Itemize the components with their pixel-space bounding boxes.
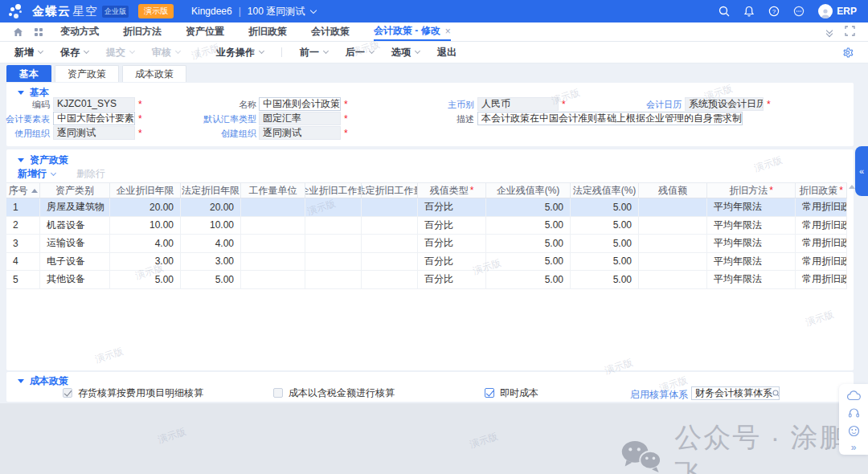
table-cell[interactable]: 5.00 <box>571 217 639 235</box>
settings-gear-icon[interactable] <box>841 47 854 59</box>
add-row-button[interactable]: 新增行 <box>18 167 55 181</box>
table-row[interactable]: 2机器设备10.0010.00百分比5.005.00平均年限法常用折旧政策 <box>6 217 847 235</box>
table-cell[interactable] <box>241 271 305 288</box>
search-icon[interactable] <box>719 6 730 17</box>
table-row[interactable]: 5其他设备5.005.00百分比5.005.00平均年限法常用折旧政策 <box>6 271 847 289</box>
window-tab[interactable]: 折旧政策 <box>248 22 287 41</box>
table-cell[interactable] <box>305 253 362 271</box>
apps-grid-icon[interactable] <box>35 28 43 36</box>
feedback-smiley-icon[interactable] <box>848 425 860 437</box>
accounting-system-label[interactable]: 启用核算体系 <box>625 388 688 401</box>
table-cell[interactable]: 机器设备 <box>40 217 110 235</box>
window-tab[interactable]: 变动方式 <box>60 22 99 41</box>
window-tab[interactable]: 折旧方法 <box>123 22 162 41</box>
table-cell[interactable]: 5.00 <box>571 198 639 216</box>
form-subtab[interactable]: 基本 <box>6 65 51 82</box>
tax-included-checkbox-item[interactable]: 成本以含税金额进行核算 <box>273 387 395 398</box>
table-cell[interactable]: 5.00 <box>571 271 639 288</box>
table-cell[interactable]: 5.00 <box>571 253 639 271</box>
close-tab-icon[interactable]: × <box>445 26 451 37</box>
checkbox-checked-icon[interactable] <box>63 388 72 398</box>
rate-type-label[interactable]: 默认汇率类型 <box>199 112 256 125</box>
window-tab-active[interactable]: 会计政策 - 修改× <box>374 22 451 41</box>
table-header-cell[interactable]: 企业残值率(%) <box>486 183 571 198</box>
window-tab[interactable]: 资产位置 <box>186 22 224 41</box>
table-cell[interactable]: 其他设备 <box>40 271 110 288</box>
checkbox-checked-icon[interactable] <box>485 388 494 398</box>
table-cell[interactable]: 常用折旧政策 <box>796 198 847 216</box>
checkbox-unchecked-icon[interactable] <box>273 388 283 398</box>
cost-section-header[interactable]: 成本政策 <box>18 374 68 388</box>
scroll-up-icon[interactable] <box>849 185 855 189</box>
name-field[interactable]: 中国准则会计政策CN <box>259 97 341 111</box>
table-cell[interactable]: 百分比 <box>418 253 486 271</box>
table-header-cell[interactable]: 折旧政策* <box>796 183 847 198</box>
notification-bell-icon[interactable] <box>743 6 755 17</box>
window-tab[interactable]: 会计政策 <box>311 22 350 41</box>
table-cell[interactable]: 常用折旧政策 <box>796 235 847 252</box>
delete-row-button[interactable]: 删除行 <box>76 167 105 181</box>
use-org-label[interactable]: 使用组织 <box>6 127 50 140</box>
table-cell[interactable]: 百分比 <box>418 217 486 235</box>
element-table-lookup[interactable]: 中国大陆会计要素表 <box>53 112 135 125</box>
table-cell[interactable]: 平均年限法 <box>707 271 796 288</box>
more-tools-icon[interactable]: » <box>851 443 857 452</box>
toolbar-button[interactable]: 新增 <box>14 46 43 59</box>
table-cell[interactable]: 5.00 <box>486 198 571 216</box>
table-cell[interactable] <box>305 198 362 216</box>
table-cell[interactable] <box>639 217 707 235</box>
table-cell[interactable] <box>305 271 362 288</box>
table-cell[interactable] <box>639 271 707 288</box>
table-cell[interactable]: 常用折旧政策 <box>796 253 847 271</box>
table-row[interactable]: 3运输设备4.004.00百分比5.005.00平均年限法常用折旧政策 <box>6 235 847 253</box>
table-cell[interactable]: 房屋及建筑物 <box>40 198 110 216</box>
magnifier-icon[interactable] <box>772 390 780 398</box>
table-row[interactable]: 4电子设备3.003.00百分比5.005.00平均年限法常用折旧政策 <box>6 253 847 272</box>
fullscreen-icon[interactable] <box>845 26 855 39</box>
create-org-label[interactable]: 创建组织 <box>199 127 256 140</box>
table-header-cell[interactable]: 工作量单位 <box>241 183 305 198</box>
toolbar-button[interactable]: 后一 <box>346 46 374 59</box>
table-cell[interactable]: 3.00 <box>181 253 241 271</box>
table-header-cell[interactable]: 法定折旧年限 <box>181 183 241 198</box>
table-cell[interactable]: 20.00 <box>110 198 181 216</box>
table-cell[interactable]: 百分比 <box>418 235 486 252</box>
table-cell[interactable]: 5.00 <box>181 271 241 288</box>
accounting-system-lookup[interactable]: 财务会计核算体系 <box>691 386 780 400</box>
toolbar-button[interactable]: 前一 <box>300 46 328 59</box>
table-cell[interactable]: 5.00 <box>571 235 639 252</box>
table-cell[interactable]: 4 <box>6 253 40 271</box>
table-cell[interactable] <box>241 198 305 216</box>
table-cell[interactable]: 5 <box>6 271 40 288</box>
asset-section-header[interactable]: 资产政策 <box>18 153 68 167</box>
table-cell[interactable] <box>305 217 362 235</box>
table-cell[interactable]: 常用折旧政策 <box>796 271 847 288</box>
table-cell[interactable] <box>362 235 418 252</box>
table-cell[interactable]: 常用折旧政策 <box>796 217 847 235</box>
table-cell[interactable]: 平均年限法 <box>707 253 796 271</box>
toolbar-button[interactable]: 保存 <box>60 46 88 59</box>
inventory-detail-checkbox-item[interactable]: 存货核算按费用项目明细核算 <box>63 387 203 398</box>
currency-label[interactable]: 主币别 <box>408 98 474 111</box>
description-field[interactable]: 本会计政策在中国会计准则基础上根据企业管理的自身需求制定CN <box>477 112 743 125</box>
table-cell[interactable]: 平均年限法 <box>707 198 796 216</box>
table-header-cell[interactable]: 残值类型* <box>418 183 486 198</box>
table-header-cell[interactable]: 法定残值率(%) <box>571 183 639 198</box>
table-cell[interactable]: 5.00 <box>486 253 571 271</box>
table-header-cell[interactable]: 企业折旧工作量 <box>305 183 362 198</box>
table-cell[interactable]: 10.00 <box>181 217 241 235</box>
calendar-label[interactable]: 会计日历 <box>616 98 682 111</box>
table-cell[interactable]: 1 <box>6 198 40 216</box>
table-cell[interactable]: 5.00 <box>110 271 181 288</box>
table-header-cell[interactable]: 资产类别 <box>40 183 110 198</box>
table-cell[interactable]: 百分比 <box>418 271 486 288</box>
home-icon[interactable] <box>13 27 23 37</box>
table-cell[interactable]: 4.00 <box>181 235 241 252</box>
table-cell[interactable]: 百分比 <box>418 198 486 216</box>
table-cell[interactable]: 5.00 <box>486 217 571 235</box>
table-cell[interactable]: 3 <box>6 235 40 252</box>
table-row[interactable]: 1房屋及建筑物20.0020.00百分比5.005.00平均年限法常用折旧政策 <box>6 198 847 217</box>
account-switcher[interactable]: Kingdee6 | 100 逐同测试 <box>191 5 316 18</box>
toolbar-button[interactable]: 退出 <box>437 46 457 59</box>
collapse-side-panel-handle[interactable]: « <box>855 146 868 196</box>
